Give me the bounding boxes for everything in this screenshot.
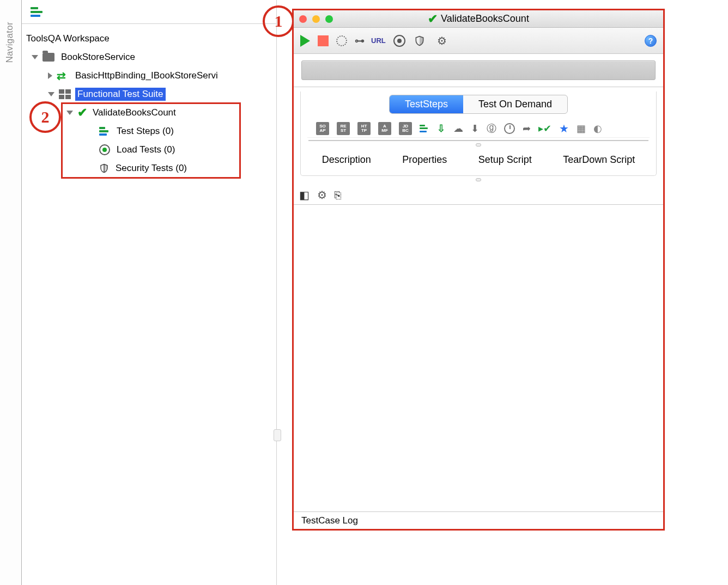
help-icon[interactable]: ? (645, 35, 657, 47)
testcase-toolbar: ⊶ URL ⚙ ? (294, 28, 663, 54)
create-loadtest-icon[interactable] (393, 35, 405, 47)
export-log-icon[interactable]: ⎘ (335, 189, 341, 202)
navigator-panel: ToolsQA Workspace BookStoreService ⇄ Bas… (22, 0, 277, 585)
folder-icon (43, 53, 54, 62)
chevron-down-icon[interactable] (48, 92, 54, 96)
amf-step-icon[interactable]: A MF (378, 122, 391, 135)
testcase-bottom-tabs: Description Properties Setup Script Tear… (301, 149, 656, 172)
chevron-down-icon[interactable] (66, 111, 73, 115)
more-step-icon[interactable]: ◐ (593, 123, 602, 135)
tree-binding[interactable]: ⇄ BasicHttpBinding_IBookStoreServi (22, 66, 276, 85)
window-titlebar[interactable]: ✔ ValidateBooksCount (294, 10, 663, 28)
log-options-gear-icon[interactable]: ⚙ (317, 188, 327, 202)
steps-panel: TestSteps Test On Demand SO AP RE ST HT … (300, 92, 657, 176)
testcase-label: ValidateBooksCount (90, 106, 178, 119)
tab-test-on-demand[interactable]: Test On Demand (463, 95, 567, 113)
separator (294, 87, 663, 87)
properties-step-icon[interactable] (420, 125, 429, 132)
teststep-type-toolbar: SO AP RE ST HT TP A MF JD BC ⇩ ☁ ⬇ ⓖ ➦ ▸… (307, 119, 650, 138)
chevron-down-icon[interactable] (32, 55, 38, 59)
testcase-editor-window: ✔ ValidateBooksCount ⊶ URL ⚙ ? TestSteps… (292, 9, 665, 531)
tree-testsuite[interactable]: Functional Test Suite (22, 85, 276, 103)
loop-icon[interactable] (336, 35, 347, 46)
navigator-tab-label: Navigator (4, 22, 15, 63)
tree-testcase[interactable]: ✔ ValidateBooksCount (22, 103, 276, 122)
clear-log-icon[interactable]: ◧ (299, 188, 310, 202)
http-step-icon[interactable]: HT TP (357, 122, 371, 135)
grid-step-icon[interactable]: ▦ (577, 123, 586, 135)
soap-step-icon[interactable]: SO AP (316, 122, 329, 135)
property-transfer-step-icon[interactable]: ⇩ (437, 123, 446, 135)
testsuite-icon (59, 89, 71, 99)
segmented-control: TestSteps Test On Demand (389, 95, 568, 114)
loadtest-icon (99, 144, 110, 155)
log-title: TestCase Log (301, 515, 358, 526)
groovy-step-icon[interactable]: ⓖ (487, 122, 496, 135)
tab-description[interactable]: Description (322, 154, 371, 166)
binding-label: BasicHttpBinding_IBookStoreServi (73, 69, 220, 82)
runtestcase-step-icon[interactable]: ▸✔ (538, 123, 551, 135)
tree-project[interactable]: BookStoreService (22, 48, 276, 66)
navigator-vertical-tab[interactable]: Navigator (0, 0, 22, 585)
testsuite-label: Functional Test Suite (75, 88, 166, 101)
log-area[interactable] (294, 204, 663, 511)
window-title: ✔ ValidateBooksCount (294, 12, 663, 26)
check-icon: ✔ (77, 106, 87, 120)
tree-workspace[interactable]: ToolsQA Workspace (22, 29, 276, 48)
create-securitytest-icon[interactable] (414, 35, 425, 47)
datasink-step-icon[interactable]: ⬇ (471, 123, 479, 135)
project-label: BookStoreService (59, 51, 137, 64)
stop-icon[interactable] (318, 35, 329, 46)
tree-teststeps[interactable]: Test Steps (0) (22, 122, 276, 141)
datasource-step-icon[interactable]: ☁ (453, 123, 463, 135)
tab-properties[interactable]: Properties (402, 154, 447, 166)
rest-step-icon[interactable]: RE ST (337, 122, 350, 135)
set-endpoint-button[interactable]: URL (371, 36, 386, 45)
list-icon[interactable] (31, 7, 44, 17)
splitter-handle[interactable] (274, 429, 281, 441)
options-gear-icon[interactable]: ⚙ (437, 34, 447, 47)
assertion-step-icon[interactable]: ★ (559, 122, 569, 135)
check-icon: ✔ (428, 12, 438, 26)
tree-loadtests[interactable]: Load Tests (0) (22, 141, 276, 159)
tab-setup-script[interactable]: Setup Script (478, 154, 532, 166)
teststeps-label: Test Steps (0) (114, 125, 176, 138)
shield-icon (99, 163, 109, 174)
loadtests-label: Load Tests (0) (114, 143, 177, 156)
log-toolbar: ◧ ⚙ ⎘ (294, 186, 663, 204)
drag-handle[interactable] (476, 178, 481, 181)
teststeps-list[interactable] (308, 140, 648, 141)
chevron-right-icon[interactable] (48, 72, 52, 79)
jdbc-step-icon[interactable]: JD BC (399, 122, 412, 135)
navigator-toolbar (22, 0, 276, 24)
project-tree: ToolsQA Workspace BookStoreService ⇄ Bas… (22, 24, 276, 178)
progress-strip (301, 60, 656, 80)
testcase-tabs: TestSteps Test On Demand (301, 92, 656, 119)
log-title-bar[interactable]: TestCase Log (294, 511, 663, 529)
tab-teststeps[interactable]: TestSteps (390, 95, 463, 113)
delay-step-icon[interactable] (504, 123, 515, 134)
drag-handle[interactable] (476, 143, 481, 147)
tree-securitytests[interactable]: Security Tests (0) (22, 159, 276, 178)
credentials-icon[interactable]: ⊶ (355, 35, 363, 47)
tab-teardown-script[interactable]: TearDown Script (563, 154, 635, 166)
interface-icon: ⇄ (57, 72, 69, 80)
window-title-text: ValidateBooksCount (441, 13, 529, 25)
workspace-label: ToolsQA Workspace (24, 32, 112, 45)
run-icon[interactable] (300, 35, 310, 47)
goto-step-icon[interactable]: ➦ (523, 123, 531, 135)
securitytests-label: Security Tests (0) (113, 162, 189, 175)
teststeps-icon (99, 127, 110, 136)
